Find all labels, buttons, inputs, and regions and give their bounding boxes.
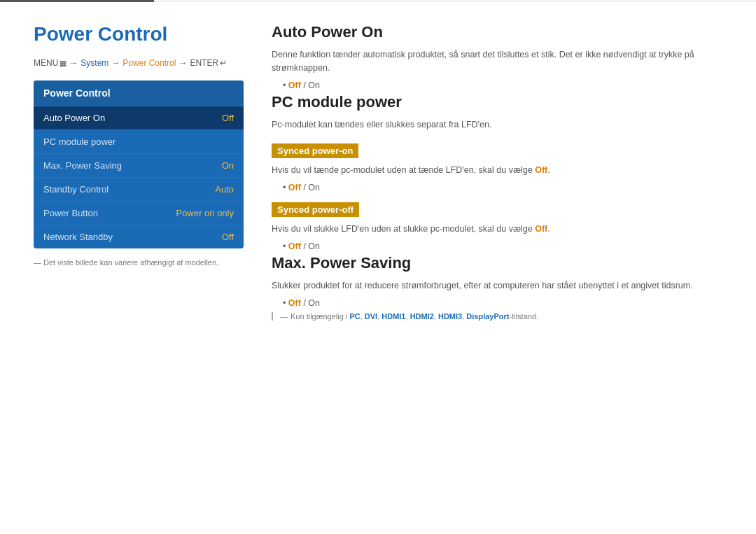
top-line-right: [154, 1, 756, 1]
menu-box-header: Power Control: [34, 80, 244, 106]
off-label-3: Off: [288, 241, 301, 251]
menu-item-value: On: [222, 160, 234, 171]
menu-item-label: Standby Control: [43, 184, 108, 195]
breadcrumb-arrow1: →: [69, 58, 78, 68]
note-max-power-saving: ― Kun tilgængelig i PC, DVI, HDMI1, HDMI…: [272, 312, 722, 321]
section-title-pc-module-power: PC module power: [272, 93, 722, 111]
menu-box: Power Control Auto Power OnOffPC module …: [34, 80, 244, 248]
section-title-max-power-saving: Max. Power Saving: [272, 254, 722, 272]
top-line-left: [0, 0, 154, 2]
menu-item-value: Off: [222, 232, 234, 242]
menu-item-auto-power-on[interactable]: Auto Power OnOff: [34, 106, 244, 129]
enter-icon: ↵: [220, 58, 227, 68]
menu-item-label: Power Button: [43, 208, 98, 218]
synced-power-off-block: Synced power-off Hvis du vil slukke LFD'…: [272, 195, 722, 251]
menu-items-container: Auto Power OnOffPC module powerMax. Powe…: [34, 106, 244, 248]
synced-power-on-label: Synced power-on: [272, 143, 358, 158]
menu-item-value: Auto: [215, 184, 234, 195]
breadcrumb: MENU ▦ → System → Power Control → ENTER …: [34, 58, 244, 68]
section-auto-power-on: Auto Power On Denne funktion tænder auto…: [272, 23, 722, 90]
breadcrumb-enter: ENTER: [190, 58, 218, 68]
menu-icon: ▦: [59, 59, 66, 68]
section-desc-max-power-saving: Slukker produktet for at reducere strømf…: [272, 279, 722, 293]
section-desc-auto-power-on: Denne funktion tænder automatisk produkt…: [272, 48, 722, 75]
bullet-auto-power-on: Off / On: [283, 80, 722, 90]
off-label-2: Off: [288, 183, 301, 192]
menu-item-standby-control[interactable]: Standby ControlAuto: [34, 177, 244, 201]
off-label-synced-on: Off: [535, 165, 547, 175]
left-panel: Power Control MENU ▦ → System → Power Co…: [34, 23, 244, 321]
page-title: Power Control: [34, 23, 244, 45]
menu-item-label: Max. Power Saving: [43, 160, 122, 171]
menu-item-value: Off: [222, 113, 234, 123]
menu-item-power-button[interactable]: Power ButtonPower on only: [34, 201, 244, 225]
breadcrumb-arrow2: →: [111, 58, 120, 68]
menu-item-label: Auto Power On: [43, 113, 105, 123]
note-text: Kun tilgængelig i PC, DVI, HDMI1, HDMI2,…: [290, 312, 538, 321]
right-panel: Auto Power On Denne funktion tænder auto…: [272, 23, 722, 321]
menu-item-max.-power-saving[interactable]: Max. Power SavingOn: [34, 153, 244, 177]
bullet-max-power-saving: Off / On: [283, 298, 722, 308]
menu-item-value: Power on only: [176, 208, 234, 218]
off-label-synced-off: Off: [535, 224, 547, 234]
off-label-4: Off: [288, 298, 301, 308]
breadcrumb-menu: MENU: [34, 58, 58, 68]
bullet-synced-power-off: Off / On: [283, 241, 722, 251]
section-max-power-saving: Max. Power Saving Slukker produktet for …: [272, 254, 722, 321]
breadcrumb-system: System: [80, 58, 108, 68]
main-container: Power Control MENU ▦ → System → Power Co…: [0, 2, 756, 321]
section-desc-pc-module-power: Pc-modulet kan tændes eller slukkes sepa…: [272, 118, 722, 132]
footnote: ― Det viste billede kan variere afhængig…: [34, 258, 244, 267]
breadcrumb-arrow3: →: [178, 58, 187, 68]
synced-power-off-desc: Hvis du vil slukke LFD'en uden at slukke…: [272, 223, 722, 236]
menu-item-label: PC module power: [43, 136, 115, 147]
synced-power-on-block: Synced power-on Hvis du vil tænde pc-mod…: [272, 136, 722, 192]
synced-power-off-label: Synced power-off: [272, 202, 359, 217]
menu-item-network-standby[interactable]: Network StandbyOff: [34, 225, 244, 248]
synced-power-on-desc: Hvis du vil tænde pc-modulet uden at tæn…: [272, 164, 722, 177]
off-label-1: Off: [288, 80, 301, 90]
breadcrumb-power-control: Power Control: [122, 58, 176, 68]
menu-item-pc-module-power[interactable]: PC module power: [34, 129, 244, 153]
bullet-synced-power-on: Off / On: [283, 183, 722, 192]
section-title-auto-power-on: Auto Power On: [272, 23, 722, 41]
menu-item-label: Network Standby: [43, 232, 113, 242]
section-pc-module-power: PC module power Pc-modulet kan tændes el…: [272, 93, 722, 251]
note-dash: ―: [280, 312, 288, 321]
